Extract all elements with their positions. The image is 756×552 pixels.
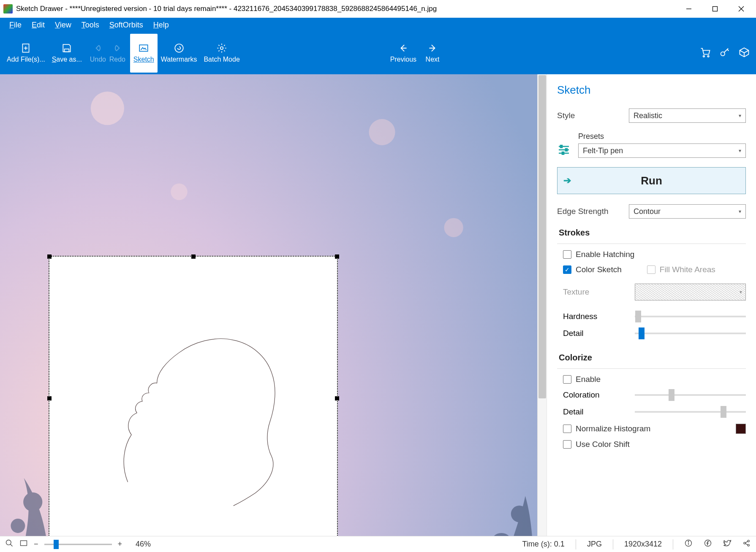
sliders-icon[interactable] [557,143,571,157]
key-icon[interactable] [719,46,731,60]
color-swatch[interactable] [736,424,746,434]
sketch-preview [84,271,303,526]
run-button[interactable]: ➔ Run [557,167,746,194]
svg-point-21 [11,519,25,533]
presets-select[interactable]: Felt-Tip pen ▾ [578,143,746,158]
menu-softorbits[interactable]: SoftOrbits [104,19,148,31]
menu-bar: File Edit View Tools SoftOrbits Help [0,18,756,32]
zoom-in-button[interactable]: + [118,540,122,549]
save-as-label: Save as... [52,55,82,64]
menu-tools[interactable]: Tools [76,19,104,31]
colorize-detail-slider[interactable] [635,407,746,417]
next-label: Next [426,55,440,64]
watermarks-button[interactable]: Watermarks [158,34,201,73]
hardness-slider[interactable] [635,311,746,322]
chevron-down-icon: ▾ [740,289,742,295]
colorize-detail-label: Detail [563,407,635,417]
zoom-out-button[interactable]: − [34,540,38,549]
svg-line-31 [11,544,13,547]
handle-nw[interactable] [47,254,52,259]
fill-white-label: Fill White Areas [660,265,715,274]
svg-point-30 [6,540,11,545]
menu-view[interactable]: View [50,19,76,31]
svg-rect-27 [560,145,562,147]
handle-n[interactable] [191,254,196,259]
svg-rect-7 [65,49,69,52]
handle-w[interactable] [47,396,52,400]
handle-ne[interactable] [335,254,339,259]
enable-colorize-checkbox[interactable] [563,375,571,384]
svg-point-19 [444,218,463,237]
svg-point-20 [23,492,42,511]
fill-white-checkbox[interactable] [647,265,655,274]
vertical-scrollbar[interactable] [537,74,547,536]
svg-rect-28 [566,149,567,151]
menu-file[interactable]: File [4,19,27,31]
svg-point-35 [688,541,689,542]
close-button[interactable] [728,0,754,18]
svg-point-22 [511,506,528,522]
detail-label: Detail [563,329,635,338]
batch-mode-label: Batch Mode [204,55,239,64]
strokes-title: Strokes [559,228,746,238]
svg-line-40 [745,541,748,543]
toolbar: Add File(s)... Save as... Undo Redo Sket… [0,32,756,74]
info-icon[interactable] [684,539,693,549]
zoom-actual-icon[interactable] [5,539,14,549]
facebook-icon[interactable] [704,539,712,549]
svg-rect-1 [713,7,718,11]
chevron-down-icon: ▾ [739,148,741,154]
selection-box[interactable] [49,256,338,536]
texture-select[interactable]: ▾ [635,284,746,300]
share-icon[interactable] [742,539,751,549]
zoom-value: 46% [136,540,151,549]
arrow-right-icon: ➔ [563,175,571,186]
minimize-button[interactable] [676,0,702,18]
maximize-button[interactable] [702,0,728,18]
svg-rect-29 [562,152,564,154]
handle-e[interactable] [335,396,339,400]
app-icon [3,4,13,14]
edge-strength-select[interactable]: Contour ▾ [629,204,746,219]
enable-hatching-checkbox[interactable] [563,250,571,259]
style-select[interactable]: Realistic ▾ [629,108,746,123]
menu-help[interactable]: Help [148,19,174,31]
cart-icon[interactable] [699,46,711,60]
detail-slider[interactable] [635,328,746,338]
style-label: Style [557,111,629,120]
coloration-slider[interactable] [635,390,746,400]
batch-mode-button[interactable]: Batch Mode [200,34,243,73]
add-files-label: Add File(s)... [7,55,45,64]
twitter-icon[interactable] [723,539,732,549]
dims-value: 1920x3412 [624,540,662,549]
svg-point-15 [91,92,124,125]
redo-button[interactable]: Redo [105,34,130,73]
chevron-down-icon: ▾ [739,208,741,214]
normalize-label: Normalize Histogram [576,424,650,433]
time-value: Time (s): 0.1 [522,540,565,549]
save-as-button[interactable]: Save as... [49,34,85,73]
enable-hatching-label: Enable Hatching [576,250,634,259]
edge-strength-label: Edge Strength [557,207,629,216]
zoom-slider[interactable] [44,540,112,549]
normalize-checkbox[interactable] [563,425,571,433]
add-files-button[interactable]: Add File(s)... [3,34,49,73]
next-button[interactable]: Next [420,34,445,73]
coloration-label: Coloration [563,390,635,400]
zoom-fit-icon[interactable] [19,539,28,549]
scrollbar-thumb[interactable] [538,75,546,398]
presets-label: Presets [578,132,746,141]
color-shift-checkbox[interactable] [563,440,571,449]
status-bar: − + 46% Time (s): 0.1 JPG 1920x3412 [0,536,756,552]
canvas-area[interactable] [0,74,547,536]
menu-edit[interactable]: Edit [27,19,50,31]
sketch-label: Sketch [133,55,154,64]
package-icon[interactable] [738,46,750,60]
previous-button[interactable]: Previous [387,34,420,73]
color-sketch-checkbox[interactable]: ✓ [563,265,571,274]
sketch-button[interactable]: Sketch [130,34,158,73]
texture-label: Texture [563,287,635,297]
enable-colorize-label: Enable [576,375,601,384]
svg-point-18 [171,184,188,200]
svg-point-17 [369,119,395,145]
